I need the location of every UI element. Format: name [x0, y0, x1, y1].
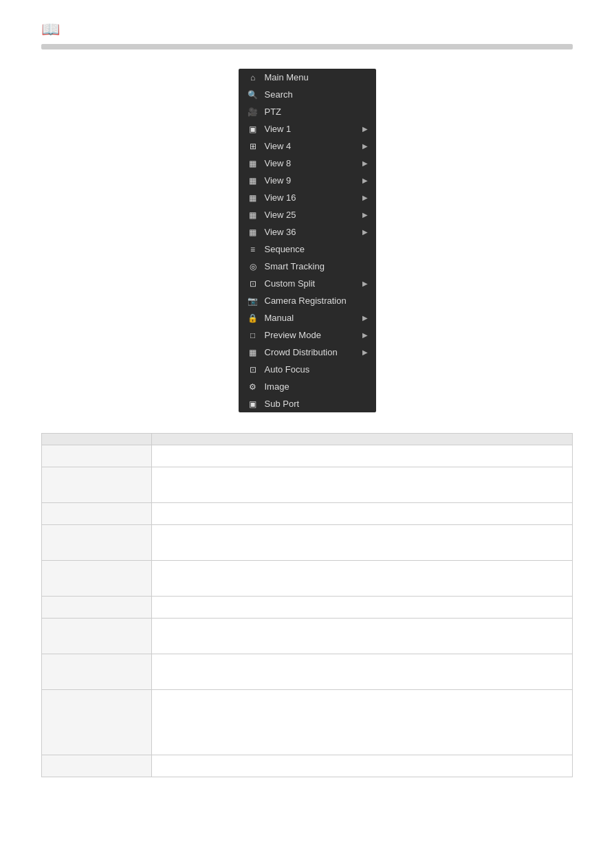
menu-item-camera-registration[interactable]: 📷 Camera Registration — [239, 292, 376, 309]
table-row — [42, 467, 573, 503]
menu-label: Search — [265, 89, 368, 100]
arrow-icon: ▶ — [362, 228, 368, 236]
menu-label: View 25 — [265, 210, 362, 220]
ptz-icon: 🎥 — [247, 107, 259, 117]
table-row — [42, 525, 573, 561]
table-cell-left — [42, 597, 152, 619]
menu-item-sequence[interactable]: ≡ Sequence — [239, 241, 376, 258]
table-cell-left — [42, 690, 152, 755]
arrow-icon: ▶ — [362, 348, 368, 356]
menu-item-view4[interactable]: ⊞ View 4 ▶ — [239, 137, 376, 155]
menu-label: Smart Tracking — [265, 261, 368, 271]
view16-icon: ▦ — [247, 193, 259, 203]
table-cell-right — [152, 445, 573, 467]
arrow-icon: ▶ — [362, 142, 368, 150]
menu-item-view36[interactable]: ▦ View 36 ▶ — [239, 223, 376, 241]
menu-label: View 16 — [265, 192, 362, 203]
menu-label: Crowd Distribution — [265, 347, 362, 357]
view1-icon: ▣ — [247, 124, 259, 134]
menu-item-ptz[interactable]: 🎥 PTZ — [239, 103, 376, 120]
menu-item-crowd-distribution[interactable]: ▦ Crowd Distribution ▶ — [239, 344, 376, 361]
smart-tracking-icon: ◎ — [247, 262, 259, 271]
menu-item-sub-port[interactable]: ▣ Sub Port — [239, 395, 376, 412]
table-cell-right — [152, 525, 573, 561]
menu-item-view16[interactable]: ▦ View 16 ▶ — [239, 189, 376, 206]
table-header-row — [42, 434, 573, 445]
menu-item-view1[interactable]: ▣ View 1 ▶ — [239, 120, 376, 137]
table-cell-right — [152, 503, 573, 525]
menu-item-auto-focus[interactable]: ⊡ Auto Focus — [239, 361, 376, 378]
table-row — [42, 503, 573, 525]
arrow-icon: ▶ — [362, 194, 368, 201]
sub-port-icon: ▣ — [247, 399, 259, 409]
table-row — [42, 619, 573, 654]
menu-item-preview-mode[interactable]: □ Preview Mode ▶ — [239, 326, 376, 344]
view25-icon: ▦ — [247, 210, 259, 220]
menu-label: Camera Registration — [265, 296, 368, 306]
col1-header — [42, 434, 152, 445]
custom-split-icon: ⊡ — [247, 279, 259, 289]
arrow-icon: ▶ — [362, 280, 368, 287]
menu-item-custom-split[interactable]: ⊡ Custom Split ▶ — [239, 275, 376, 292]
menu-label: Main Menu — [265, 72, 368, 82]
menu-item-search[interactable]: 🔍 Search — [239, 86, 376, 103]
table-cell-right — [152, 654, 573, 690]
menu-label: View 1 — [265, 124, 362, 134]
image-icon: ⚙ — [247, 382, 259, 392]
context-menu: ⌂ Main Menu 🔍 Search 🎥 PTZ ▣ View 1 ▶ ⊞ … — [239, 69, 376, 412]
menu-item-image[interactable]: ⚙ Image — [239, 378, 376, 395]
arrow-icon: ▶ — [362, 125, 368, 133]
menu-label: View 8 — [265, 158, 362, 168]
manual-icon: 🔒 — [247, 313, 259, 323]
menu-label: View 9 — [265, 175, 362, 186]
table-cell-left — [42, 467, 152, 503]
table-row — [42, 445, 573, 467]
menu-label: Manual — [265, 313, 362, 323]
table-row — [42, 755, 573, 777]
menu-label: PTZ — [265, 107, 368, 117]
top-section: 📖 — [0, 0, 614, 69]
camera-registration-icon: 📷 — [247, 296, 259, 306]
crowd-distribution-icon: ▦ — [247, 348, 259, 357]
menu-label: Sub Port — [265, 399, 368, 409]
menu-item-view9[interactable]: ▦ View 9 ▶ — [239, 172, 376, 189]
menu-item-smart-tracking[interactable]: ◎ Smart Tracking — [239, 258, 376, 275]
menu-label: View 4 — [265, 141, 362, 151]
sequence-icon: ≡ — [247, 245, 259, 254]
view9-icon: ▦ — [247, 176, 259, 186]
table-cell-left — [42, 525, 152, 561]
menu-label: Auto Focus — [265, 364, 368, 375]
table-cell-right — [152, 597, 573, 619]
arrow-icon: ▶ — [362, 211, 368, 219]
table-cell-left — [42, 445, 152, 467]
table-row — [42, 561, 573, 597]
preview-mode-icon: □ — [247, 331, 259, 340]
table-cell-left — [42, 755, 152, 777]
view36-icon: ▦ — [247, 227, 259, 237]
data-table — [41, 433, 573, 777]
view4-icon: ⊞ — [247, 142, 259, 151]
arrow-icon: ▶ — [362, 314, 368, 322]
menu-item-view25[interactable]: ▦ View 25 ▶ — [239, 206, 376, 223]
table-cell-left — [42, 561, 152, 597]
menu-label: Custom Split — [265, 278, 362, 289]
menu-item-manual[interactable]: 🔒 Manual ▶ — [239, 309, 376, 326]
home-icon: ⌂ — [247, 73, 259, 82]
context-menu-wrapper: ⌂ Main Menu 🔍 Search 🎥 PTZ ▣ View 1 ▶ ⊞ … — [0, 69, 614, 412]
menu-label: Preview Mode — [265, 330, 362, 340]
menu-item-main-menu[interactable]: ⌂ Main Menu — [239, 69, 376, 86]
menu-label: Image — [265, 381, 368, 392]
book-icon: 📖 — [41, 21, 573, 38]
view8-icon: ▦ — [247, 159, 259, 168]
table-cell-left — [42, 503, 152, 525]
table-row — [42, 597, 573, 619]
search-icon: 🔍 — [247, 90, 259, 100]
menu-item-view8[interactable]: ▦ View 8 ▶ — [239, 155, 376, 172]
menu-label: View 36 — [265, 227, 362, 237]
table-cell-right — [152, 467, 573, 503]
table-cell-right — [152, 619, 573, 654]
table-cell-right — [152, 561, 573, 597]
table-row — [42, 654, 573, 690]
table-section — [0, 433, 614, 805]
table-cell-right — [152, 690, 573, 755]
